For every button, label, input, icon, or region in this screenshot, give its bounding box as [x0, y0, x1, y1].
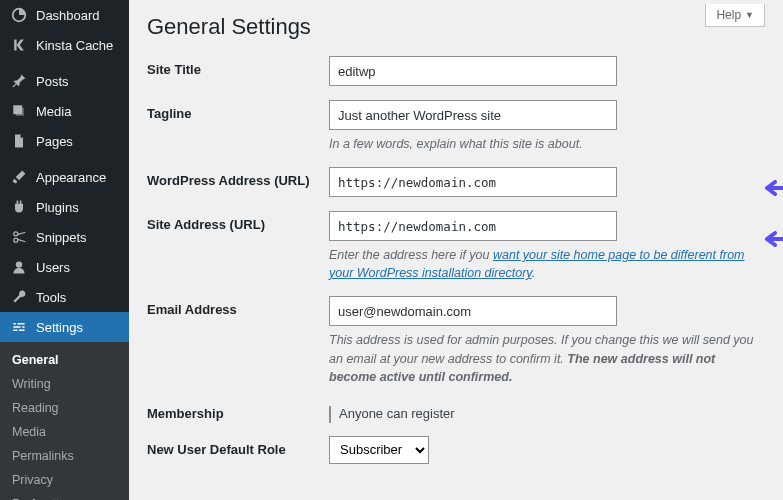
- sidebar-item-label: Users: [36, 260, 70, 275]
- submenu-item-permalinks[interactable]: Permalinks: [0, 444, 129, 468]
- sidebar-item-kinsta[interactable]: Kinsta Cache: [0, 30, 129, 60]
- admin-sidebar: Dashboard Kinsta Cache Posts Media Pages…: [0, 0, 129, 500]
- membership-checkbox-label: Anyone can register: [339, 406, 455, 421]
- svg-point-3: [16, 261, 22, 267]
- svg-point-2: [14, 238, 18, 242]
- role-select[interactable]: Subscriber: [329, 436, 429, 464]
- sidebar-item-pages[interactable]: Pages: [0, 126, 129, 156]
- membership-label: Membership: [147, 400, 329, 421]
- site-url-description: Enter the address here if you want your …: [329, 246, 763, 282]
- sidebar-item-label: Posts: [36, 74, 69, 89]
- brush-icon: [10, 168, 28, 186]
- help-label: Help: [716, 8, 741, 22]
- sidebar-item-posts[interactable]: Posts: [0, 66, 129, 96]
- sidebar-item-media[interactable]: Media: [0, 96, 129, 126]
- wp-url-input[interactable]: [329, 167, 617, 197]
- wp-url-label: WordPress Address (URL): [147, 167, 329, 188]
- sidebar-item-label: Dashboard: [36, 8, 100, 23]
- submenu-item-media[interactable]: Media: [0, 420, 129, 444]
- membership-checkbox[interactable]: [329, 406, 331, 423]
- page-icon: [10, 132, 28, 150]
- site-url-input[interactable]: [329, 211, 617, 241]
- sidebar-item-label: Pages: [36, 134, 73, 149]
- sidebar-item-label: Kinsta Cache: [36, 38, 113, 53]
- dashboard-icon: [10, 6, 28, 24]
- sidebar-item-label: Tools: [36, 290, 66, 305]
- sidebar-item-label: Plugins: [36, 200, 79, 215]
- user-icon: [10, 258, 28, 276]
- sidebar-item-label: Settings: [36, 320, 83, 335]
- main-content: Help ▼ General Settings Site Title Tagli…: [129, 0, 783, 500]
- email-description: This address is used for admin purposes.…: [329, 331, 763, 385]
- site-title-input[interactable]: [329, 56, 617, 86]
- sidebar-item-label: Media: [36, 104, 71, 119]
- sidebar-item-snippets[interactable]: Snippets: [0, 222, 129, 252]
- wrench-icon: [10, 288, 28, 306]
- sidebar-item-settings[interactable]: Settings: [0, 312, 129, 342]
- pin-icon: [10, 72, 28, 90]
- sidebar-item-label: Appearance: [36, 170, 106, 185]
- plug-icon: [10, 198, 28, 216]
- annotation-arrow-icon: [759, 231, 783, 247]
- annotation-arrow-icon: [759, 180, 783, 196]
- settings-submenu: General Writing Reading Media Permalinks…: [0, 342, 129, 500]
- help-tab[interactable]: Help ▼: [705, 4, 765, 27]
- scissors-icon: [10, 228, 28, 246]
- submenu-item-general[interactable]: General: [0, 348, 129, 372]
- site-title-label: Site Title: [147, 56, 329, 77]
- tagline-label: Tagline: [147, 100, 329, 121]
- tagline-input[interactable]: [329, 100, 617, 130]
- sidebar-item-users[interactable]: Users: [0, 252, 129, 282]
- media-icon: [10, 102, 28, 120]
- kinsta-icon: [10, 36, 28, 54]
- sidebar-item-label: Snippets: [36, 230, 87, 245]
- submenu-item-privacy[interactable]: Privacy: [0, 468, 129, 492]
- email-input[interactable]: [329, 296, 617, 326]
- sidebar-item-appearance[interactable]: Appearance: [0, 162, 129, 192]
- role-label: New User Default Role: [147, 436, 329, 457]
- submenu-item-perfmatters[interactable]: Perfmatters: [0, 492, 129, 500]
- svg-point-1: [14, 232, 18, 236]
- sidebar-item-plugins[interactable]: Plugins: [0, 192, 129, 222]
- sidebar-item-dashboard[interactable]: Dashboard: [0, 0, 129, 30]
- sidebar-item-tools[interactable]: Tools: [0, 282, 129, 312]
- submenu-item-reading[interactable]: Reading: [0, 396, 129, 420]
- email-label: Email Address: [147, 296, 329, 317]
- site-url-label: Site Address (URL): [147, 211, 329, 232]
- chevron-down-icon: ▼: [745, 10, 754, 20]
- tagline-description: In a few words, explain what this site i…: [329, 135, 763, 153]
- submenu-item-writing[interactable]: Writing: [0, 372, 129, 396]
- svg-rect-0: [13, 105, 22, 114]
- sliders-icon: [10, 318, 28, 336]
- page-title: General Settings: [147, 14, 763, 40]
